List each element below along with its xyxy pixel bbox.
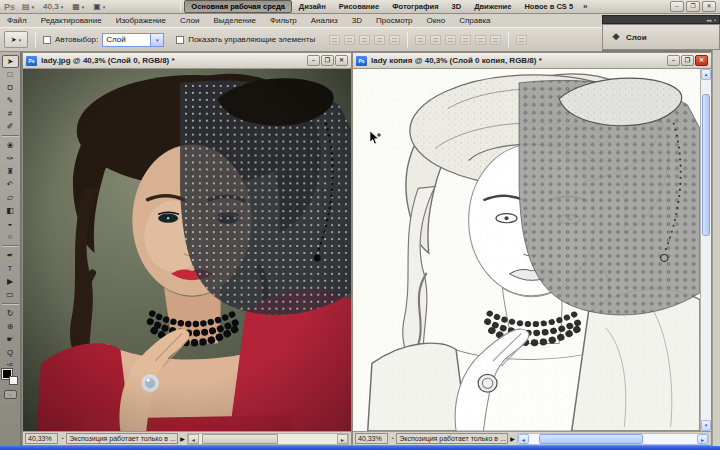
dodge-tool[interactable]: ○ xyxy=(2,230,19,243)
quick-selection-tool[interactable]: ✎ xyxy=(2,94,19,107)
screen-mode-button[interactable]: ▣ ▾ xyxy=(91,1,107,12)
menu-window[interactable]: Окно xyxy=(420,16,453,25)
document-titlebar[interactable]: Ps lady.jpg @ 40,3% (Слой 0, RGB/8) * – … xyxy=(23,53,351,69)
distribute-left-icon[interactable] xyxy=(460,35,471,45)
status-zoom-field[interactable]: 40,33% xyxy=(25,433,58,444)
workspace-new-cs5[interactable]: Новое в CS 5 xyxy=(518,1,579,12)
zoom-level-control[interactable]: 40,3 ▾ xyxy=(41,1,65,12)
autoselect-checkbox[interactable] xyxy=(43,36,51,44)
scrollbar-thumb[interactable] xyxy=(539,434,643,444)
align-bottom-edges-icon[interactable] xyxy=(359,35,370,45)
restore-button[interactable]: ❐ xyxy=(686,1,700,12)
scroll-left-icon[interactable]: ◂ xyxy=(188,434,199,444)
align-top-edges-icon[interactable] xyxy=(329,35,340,45)
workspace-motion[interactable]: Движение xyxy=(468,1,517,12)
dock-menu-icon[interactable]: ▪ xyxy=(714,17,716,23)
workspace-essentials[interactable]: Основная рабочая среда xyxy=(184,0,292,13)
close-button[interactable]: ✕ xyxy=(695,55,708,66)
minimize-button[interactable]: – xyxy=(670,1,684,12)
status-flyout-icon[interactable]: ▶ xyxy=(180,435,185,442)
rotate-3d-tool[interactable]: ↻ xyxy=(2,307,19,320)
healing-brush-tool[interactable]: ❀ xyxy=(2,139,19,152)
history-brush-tool[interactable]: ↶ xyxy=(2,178,19,191)
maximize-button[interactable]: ❐ xyxy=(321,55,334,66)
scrollbar-track[interactable] xyxy=(701,80,711,420)
scroll-right-icon[interactable]: ▸ xyxy=(337,434,348,444)
background-color-swatch[interactable] xyxy=(9,376,18,385)
workspace-photography[interactable]: Фотография xyxy=(386,1,444,12)
arrange-documents-button[interactable]: ▦ ▾ xyxy=(70,1,86,12)
type-tool[interactable]: T xyxy=(2,262,19,275)
hand-tool[interactable]: ☛ xyxy=(2,333,19,346)
status-flyout-icon[interactable]: ▶ xyxy=(510,435,515,442)
blur-tool[interactable]: ◒ xyxy=(2,217,19,230)
auto-align-layers-icon[interactable] xyxy=(516,35,527,45)
eyedropper-tool[interactable]: ✐ xyxy=(2,120,19,133)
scroll-left-icon[interactable]: ◂ xyxy=(518,434,529,444)
minimize-button[interactable]: – xyxy=(667,55,680,66)
pen-tool[interactable]: ✒ xyxy=(2,249,19,262)
shape-tool[interactable]: ▭ xyxy=(2,288,19,301)
workspace-painting[interactable]: Рисование xyxy=(333,1,385,12)
brush-tool[interactable]: ✑ xyxy=(2,152,19,165)
minimize-button[interactable]: – xyxy=(307,55,320,66)
distribute-bottom-icon[interactable] xyxy=(445,35,456,45)
workspace-overflow-button[interactable]: » xyxy=(580,2,590,11)
quick-mask-button[interactable]: ○ xyxy=(4,390,17,399)
restore-button[interactable]: ❐ xyxy=(681,55,694,66)
close-button[interactable]: ✕ xyxy=(335,55,348,66)
dock-collapse-icon[interactable]: ◂◂ xyxy=(706,17,711,23)
crop-tool[interactable]: # xyxy=(2,107,19,120)
scroll-down-icon[interactable]: ▾ xyxy=(701,420,711,431)
autoselect-target-select[interactable]: Слой ▾ xyxy=(102,33,164,47)
scroll-up-icon[interactable]: ▴ xyxy=(701,69,711,80)
move-tool[interactable]: ➤ xyxy=(2,55,19,68)
tool-preset-picker[interactable]: ➤ ▾ xyxy=(4,31,28,48)
menu-edit[interactable]: Редактирование xyxy=(34,16,109,25)
scrollbar-thumb[interactable] xyxy=(202,434,278,444)
status-zoom-field[interactable]: 40,33% xyxy=(355,433,388,444)
show-transform-controls-checkbox[interactable] xyxy=(176,36,184,44)
lasso-tool[interactable]: Ʊ xyxy=(2,81,19,94)
gradient-tool[interactable]: ◧ xyxy=(2,204,19,217)
menu-image[interactable]: Изображение xyxy=(109,16,173,25)
zoom-tool[interactable]: Q xyxy=(2,346,19,359)
align-horizontal-centers-icon[interactable] xyxy=(389,35,400,45)
marquee-tool[interactable]: □ xyxy=(2,68,19,81)
scrollbar-track[interactable] xyxy=(529,434,697,444)
sketch-canvas[interactable]: ▴ ▾ xyxy=(353,69,711,431)
eraser-tool[interactable]: ▱ xyxy=(2,191,19,204)
distribute-vertical-centers-icon[interactable] xyxy=(430,35,441,45)
menu-file[interactable]: Файл xyxy=(0,16,34,25)
status-info-field[interactable]: Экспозиция работает только в ... xyxy=(66,433,178,444)
distribute-right-icon[interactable] xyxy=(490,35,501,45)
menu-help[interactable]: Справка xyxy=(452,16,497,25)
status-info-field[interactable]: Экспозиция работает только в ... xyxy=(396,433,508,444)
camera-3d-tool[interactable]: ⊕ xyxy=(2,320,19,333)
path-selection-tool[interactable]: ▶ xyxy=(2,275,19,288)
menu-view[interactable]: Просмотр xyxy=(369,16,420,25)
divider xyxy=(180,2,181,12)
document-titlebar[interactable]: Ps lady копия @ 40,3% (Слой 0 копия, RGB… xyxy=(353,53,711,69)
workspace-3d[interactable]: 3D xyxy=(446,1,468,12)
distribute-horizontal-centers-icon[interactable] xyxy=(475,35,486,45)
clone-stamp-tool[interactable]: ♜ xyxy=(2,165,19,178)
scroll-right-icon[interactable]: ▸ xyxy=(697,434,708,444)
launch-bridge-button[interactable]: ▤ ▾ xyxy=(20,1,36,12)
menu-3d[interactable]: 3D xyxy=(345,16,369,25)
scrollbar-thumb[interactable] xyxy=(702,94,710,237)
swap-colors-icon[interactable]: ▪⇄ xyxy=(7,361,13,368)
align-vertical-centers-icon[interactable] xyxy=(344,35,355,45)
menu-select[interactable]: Выделение xyxy=(206,16,262,25)
workspace-design[interactable]: Дизайн xyxy=(293,1,332,12)
distribute-top-icon[interactable] xyxy=(415,35,426,45)
photo-canvas[interactable] xyxy=(23,69,351,431)
align-left-edges-icon[interactable] xyxy=(374,35,385,45)
close-button[interactable]: ✕ xyxy=(702,1,716,12)
menu-layers[interactable]: Слои xyxy=(173,16,206,25)
tools-panel: ➤ □ Ʊ ✎ # ✐ ❀ ✑ ♜ ↶ ▱ ◧ ◒ ○ ✒ T ▶ ▭ ↻ ⊕ … xyxy=(0,52,21,446)
layers-panel-button[interactable]: ❖ Слои xyxy=(602,24,720,50)
menu-analysis[interactable]: Анализ xyxy=(304,16,345,25)
menu-filter[interactable]: Фильтр xyxy=(263,16,304,25)
scrollbar-track[interactable] xyxy=(199,434,337,444)
